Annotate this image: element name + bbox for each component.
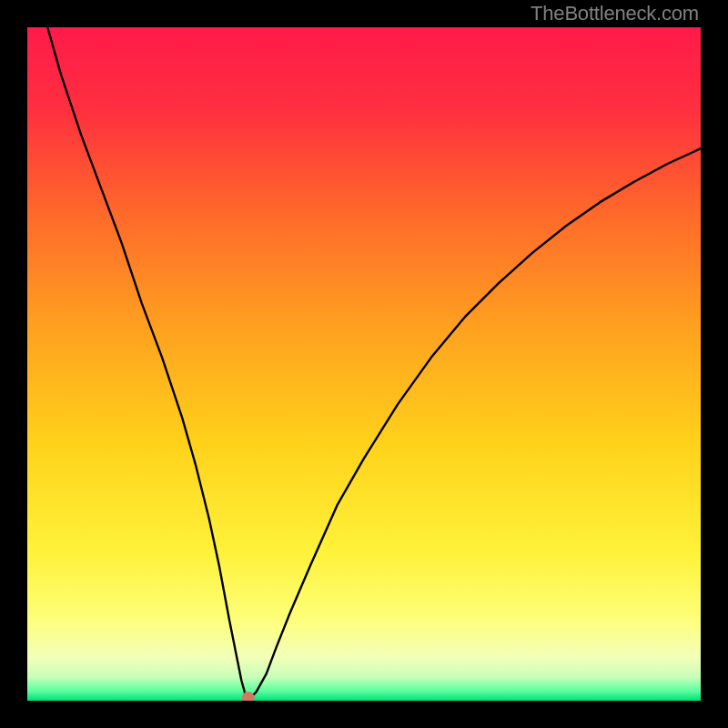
bottleneck-chart bbox=[27, 27, 701, 701]
watermark-label: TheBottleneck.com bbox=[531, 2, 699, 25]
gradient-background bbox=[27, 27, 701, 701]
chart-area bbox=[27, 27, 701, 701]
